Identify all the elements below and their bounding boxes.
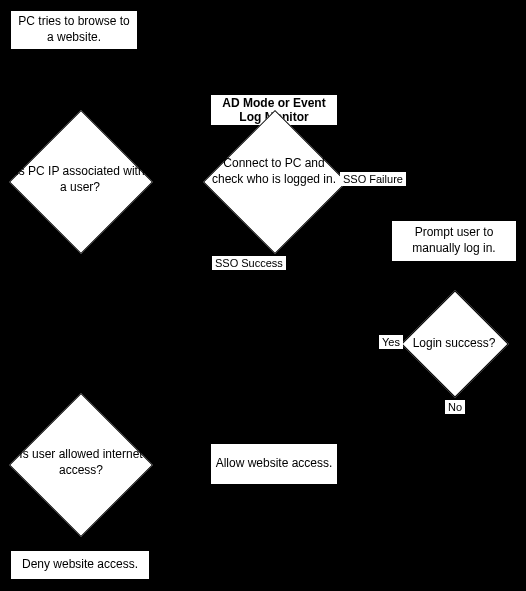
node-deny-text: Deny website access. — [22, 557, 138, 573]
node-deny: Deny website access. — [10, 550, 150, 580]
node-prompt-login: Prompt user to manually log in. — [391, 220, 517, 262]
node-login-success — [401, 290, 508, 397]
label-sso-failure: SSO Failure — [340, 172, 406, 186]
node-allow: Allow website access. — [210, 443, 338, 485]
label-no: No — [445, 400, 465, 414]
node-sso-check — [203, 110, 347, 254]
node-ip-associated — [9, 110, 153, 254]
node-start-text: PC tries to browse to a website. — [15, 14, 133, 45]
node-start: PC tries to browse to a website. — [10, 10, 138, 50]
node-allow-text: Allow website access. — [216, 456, 333, 472]
node-prompt-login-text: Prompt user to manually log in. — [396, 225, 512, 256]
label-yes: Yes — [379, 335, 403, 349]
node-user-allowed — [9, 393, 153, 537]
label-sso-success: SSO Success — [212, 256, 286, 270]
